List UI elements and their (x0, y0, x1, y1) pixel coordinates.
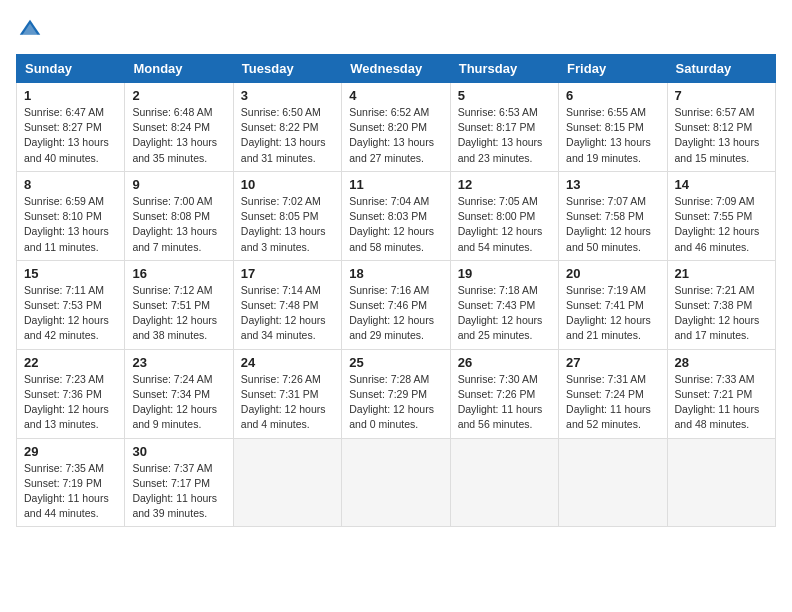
header-row: SundayMondayTuesdayWednesdayThursdayFrid… (17, 55, 776, 83)
calendar-cell: 22Sunrise: 7:23 AMSunset: 7:36 PMDayligh… (17, 349, 125, 438)
cell-info: Sunrise: 7:04 AMSunset: 8:03 PMDaylight:… (349, 194, 442, 255)
calendar-cell: 7Sunrise: 6:57 AMSunset: 8:12 PMDaylight… (667, 83, 775, 172)
week-row-2: 8Sunrise: 6:59 AMSunset: 8:10 PMDaylight… (17, 171, 776, 260)
day-number: 15 (24, 266, 117, 281)
calendar-cell: 17Sunrise: 7:14 AMSunset: 7:48 PMDayligh… (233, 260, 341, 349)
cell-info: Sunrise: 7:09 AMSunset: 7:55 PMDaylight:… (675, 194, 768, 255)
calendar-cell: 25Sunrise: 7:28 AMSunset: 7:29 PMDayligh… (342, 349, 450, 438)
calendar-cell (559, 438, 667, 527)
day-number: 6 (566, 88, 659, 103)
day-number: 22 (24, 355, 117, 370)
day-number: 4 (349, 88, 442, 103)
cell-info: Sunrise: 7:12 AMSunset: 7:51 PMDaylight:… (132, 283, 225, 344)
cell-info: Sunrise: 7:31 AMSunset: 7:24 PMDaylight:… (566, 372, 659, 433)
cell-info: Sunrise: 6:52 AMSunset: 8:20 PMDaylight:… (349, 105, 442, 166)
day-header-friday: Friday (559, 55, 667, 83)
day-header-saturday: Saturday (667, 55, 775, 83)
cell-info: Sunrise: 7:26 AMSunset: 7:31 PMDaylight:… (241, 372, 334, 433)
calendar-cell: 6Sunrise: 6:55 AMSunset: 8:15 PMDaylight… (559, 83, 667, 172)
cell-info: Sunrise: 6:53 AMSunset: 8:17 PMDaylight:… (458, 105, 551, 166)
calendar-cell: 10Sunrise: 7:02 AMSunset: 8:05 PMDayligh… (233, 171, 341, 260)
calendar-cell: 5Sunrise: 6:53 AMSunset: 8:17 PMDaylight… (450, 83, 558, 172)
day-number: 24 (241, 355, 334, 370)
week-row-5: 29Sunrise: 7:35 AMSunset: 7:19 PMDayligh… (17, 438, 776, 527)
week-row-3: 15Sunrise: 7:11 AMSunset: 7:53 PMDayligh… (17, 260, 776, 349)
day-number: 1 (24, 88, 117, 103)
day-number: 12 (458, 177, 551, 192)
day-number: 21 (675, 266, 768, 281)
cell-info: Sunrise: 7:35 AMSunset: 7:19 PMDaylight:… (24, 461, 117, 522)
day-header-wednesday: Wednesday (342, 55, 450, 83)
cell-info: Sunrise: 6:48 AMSunset: 8:24 PMDaylight:… (132, 105, 225, 166)
cell-info: Sunrise: 7:23 AMSunset: 7:36 PMDaylight:… (24, 372, 117, 433)
calendar-cell: 4Sunrise: 6:52 AMSunset: 8:20 PMDaylight… (342, 83, 450, 172)
day-number: 16 (132, 266, 225, 281)
day-number: 17 (241, 266, 334, 281)
calendar-cell: 16Sunrise: 7:12 AMSunset: 7:51 PMDayligh… (125, 260, 233, 349)
day-number: 25 (349, 355, 442, 370)
calendar-cell: 9Sunrise: 7:00 AMSunset: 8:08 PMDaylight… (125, 171, 233, 260)
cell-info: Sunrise: 7:00 AMSunset: 8:08 PMDaylight:… (132, 194, 225, 255)
cell-info: Sunrise: 7:19 AMSunset: 7:41 PMDaylight:… (566, 283, 659, 344)
day-number: 28 (675, 355, 768, 370)
calendar-cell: 13Sunrise: 7:07 AMSunset: 7:58 PMDayligh… (559, 171, 667, 260)
calendar: SundayMondayTuesdayWednesdayThursdayFrid… (16, 54, 776, 527)
calendar-cell: 14Sunrise: 7:09 AMSunset: 7:55 PMDayligh… (667, 171, 775, 260)
day-number: 3 (241, 88, 334, 103)
day-number: 27 (566, 355, 659, 370)
cell-info: Sunrise: 6:47 AMSunset: 8:27 PMDaylight:… (24, 105, 117, 166)
day-number: 14 (675, 177, 768, 192)
day-header-thursday: Thursday (450, 55, 558, 83)
cell-info: Sunrise: 6:55 AMSunset: 8:15 PMDaylight:… (566, 105, 659, 166)
calendar-cell (233, 438, 341, 527)
calendar-cell: 29Sunrise: 7:35 AMSunset: 7:19 PMDayligh… (17, 438, 125, 527)
calendar-cell: 19Sunrise: 7:18 AMSunset: 7:43 PMDayligh… (450, 260, 558, 349)
week-row-1: 1Sunrise: 6:47 AMSunset: 8:27 PMDaylight… (17, 83, 776, 172)
cell-info: Sunrise: 6:50 AMSunset: 8:22 PMDaylight:… (241, 105, 334, 166)
calendar-cell (450, 438, 558, 527)
day-number: 13 (566, 177, 659, 192)
day-number: 7 (675, 88, 768, 103)
calendar-cell: 12Sunrise: 7:05 AMSunset: 8:00 PMDayligh… (450, 171, 558, 260)
calendar-cell: 11Sunrise: 7:04 AMSunset: 8:03 PMDayligh… (342, 171, 450, 260)
day-number: 20 (566, 266, 659, 281)
day-number: 10 (241, 177, 334, 192)
day-header-monday: Monday (125, 55, 233, 83)
cell-info: Sunrise: 7:21 AMSunset: 7:38 PMDaylight:… (675, 283, 768, 344)
calendar-cell: 20Sunrise: 7:19 AMSunset: 7:41 PMDayligh… (559, 260, 667, 349)
cell-info: Sunrise: 6:59 AMSunset: 8:10 PMDaylight:… (24, 194, 117, 255)
cell-info: Sunrise: 7:28 AMSunset: 7:29 PMDaylight:… (349, 372, 442, 433)
calendar-cell: 8Sunrise: 6:59 AMSunset: 8:10 PMDaylight… (17, 171, 125, 260)
day-number: 30 (132, 444, 225, 459)
calendar-cell: 28Sunrise: 7:33 AMSunset: 7:21 PMDayligh… (667, 349, 775, 438)
calendar-cell: 21Sunrise: 7:21 AMSunset: 7:38 PMDayligh… (667, 260, 775, 349)
cell-info: Sunrise: 7:02 AMSunset: 8:05 PMDaylight:… (241, 194, 334, 255)
day-number: 8 (24, 177, 117, 192)
calendar-cell: 23Sunrise: 7:24 AMSunset: 7:34 PMDayligh… (125, 349, 233, 438)
cell-info: Sunrise: 7:24 AMSunset: 7:34 PMDaylight:… (132, 372, 225, 433)
day-number: 11 (349, 177, 442, 192)
day-number: 23 (132, 355, 225, 370)
week-row-4: 22Sunrise: 7:23 AMSunset: 7:36 PMDayligh… (17, 349, 776, 438)
day-number: 19 (458, 266, 551, 281)
page-header (16, 16, 776, 44)
calendar-cell: 30Sunrise: 7:37 AMSunset: 7:17 PMDayligh… (125, 438, 233, 527)
day-number: 5 (458, 88, 551, 103)
day-number: 18 (349, 266, 442, 281)
logo-icon (16, 16, 44, 44)
day-number: 9 (132, 177, 225, 192)
calendar-cell: 15Sunrise: 7:11 AMSunset: 7:53 PMDayligh… (17, 260, 125, 349)
cell-info: Sunrise: 7:30 AMSunset: 7:26 PMDaylight:… (458, 372, 551, 433)
cell-info: Sunrise: 7:16 AMSunset: 7:46 PMDaylight:… (349, 283, 442, 344)
calendar-cell: 18Sunrise: 7:16 AMSunset: 7:46 PMDayligh… (342, 260, 450, 349)
calendar-cell (667, 438, 775, 527)
cell-info: Sunrise: 7:05 AMSunset: 8:00 PMDaylight:… (458, 194, 551, 255)
day-number: 2 (132, 88, 225, 103)
cell-info: Sunrise: 7:07 AMSunset: 7:58 PMDaylight:… (566, 194, 659, 255)
calendar-cell: 26Sunrise: 7:30 AMSunset: 7:26 PMDayligh… (450, 349, 558, 438)
calendar-cell: 2Sunrise: 6:48 AMSunset: 8:24 PMDaylight… (125, 83, 233, 172)
calendar-cell: 27Sunrise: 7:31 AMSunset: 7:24 PMDayligh… (559, 349, 667, 438)
cell-info: Sunrise: 7:37 AMSunset: 7:17 PMDaylight:… (132, 461, 225, 522)
calendar-cell: 3Sunrise: 6:50 AMSunset: 8:22 PMDaylight… (233, 83, 341, 172)
logo (16, 16, 48, 44)
